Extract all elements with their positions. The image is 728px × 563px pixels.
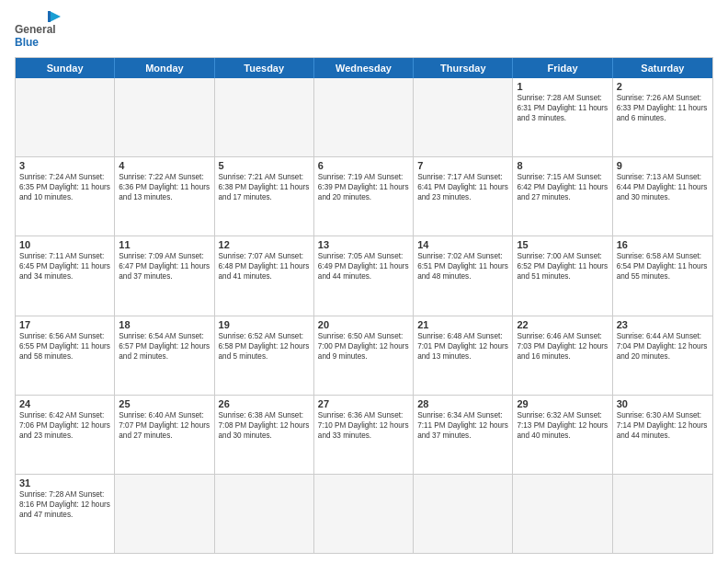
calendar-cell [314, 475, 414, 553]
generalblue-logo-icon: General Blue [15, 9, 64, 50]
week-row: 31Sunrise: 7:28 AM Sunset: 8:16 PM Dayli… [16, 474, 712, 553]
cell-date-number: 12 [219, 239, 310, 250]
cell-date-number: 31 [19, 477, 110, 488]
cell-date-number: 29 [517, 398, 608, 409]
calendar-cell: 7Sunrise: 7:17 AM Sunset: 6:41 PM Daylig… [414, 157, 513, 236]
calendar-cell [414, 78, 513, 156]
cell-info: Sunrise: 7:05 AM Sunset: 6:49 PM Dayligh… [318, 251, 409, 282]
calendar-cell: 18Sunrise: 6:54 AM Sunset: 6:57 PM Dayli… [115, 316, 214, 395]
cell-date-number: 7 [417, 160, 508, 171]
calendar-cell [613, 475, 712, 553]
cell-info: Sunrise: 7:21 AM Sunset: 6:38 PM Dayligh… [219, 172, 310, 202]
calendar-cell: 2Sunrise: 7:26 AM Sunset: 6:33 PM Daylig… [613, 78, 712, 156]
day-header: Wednesday [314, 58, 414, 78]
calendar-cell: 25Sunrise: 6:40 AM Sunset: 7:07 PM Dayli… [115, 396, 214, 474]
cell-info: Sunrise: 6:44 AM Sunset: 7:04 PM Dayligh… [617, 331, 709, 362]
cell-date-number: 2 [617, 81, 709, 92]
calendar-cell: 5Sunrise: 7:21 AM Sunset: 6:38 PM Daylig… [215, 157, 314, 236]
cell-date-number: 14 [417, 239, 508, 250]
cell-info: Sunrise: 7:09 AM Sunset: 6:47 PM Dayligh… [119, 251, 210, 282]
calendar-cell: 13Sunrise: 7:05 AM Sunset: 6:49 PM Dayli… [314, 236, 414, 315]
cell-info: Sunrise: 7:19 AM Sunset: 6:39 PM Dayligh… [318, 172, 409, 202]
calendar-cell: 1Sunrise: 7:28 AM Sunset: 6:31 PM Daylig… [513, 78, 612, 156]
cell-info: Sunrise: 6:56 AM Sunset: 6:55 PM Dayligh… [19, 331, 110, 362]
calendar-cell: 15Sunrise: 7:00 AM Sunset: 6:52 PM Dayli… [513, 236, 612, 315]
cell-date-number: 6 [318, 160, 409, 171]
calendar-cell: 27Sunrise: 6:36 AM Sunset: 7:10 PM Dayli… [314, 396, 414, 474]
cell-info: Sunrise: 6:40 AM Sunset: 7:07 PM Dayligh… [119, 410, 210, 441]
calendar-cell: 4Sunrise: 7:22 AM Sunset: 6:36 PM Daylig… [115, 157, 214, 236]
calendar: SundayMondayTuesdayWednesdayThursdayFrid… [15, 57, 713, 554]
calendar-cell: 22Sunrise: 6:46 AM Sunset: 7:03 PM Dayli… [513, 316, 612, 395]
calendar-cell: 12Sunrise: 7:07 AM Sunset: 6:48 PM Dayli… [215, 236, 314, 315]
calendar-cell: 28Sunrise: 6:34 AM Sunset: 7:11 PM Dayli… [414, 396, 513, 474]
cell-info: Sunrise: 6:38 AM Sunset: 7:08 PM Dayligh… [219, 410, 310, 441]
calendar-cell [513, 475, 612, 553]
cell-info: Sunrise: 7:15 AM Sunset: 6:42 PM Dayligh… [517, 172, 608, 202]
cell-info: Sunrise: 6:50 AM Sunset: 7:00 PM Dayligh… [318, 331, 409, 362]
cell-info: Sunrise: 7:17 AM Sunset: 6:41 PM Dayligh… [417, 172, 508, 202]
cell-info: Sunrise: 7:02 AM Sunset: 6:51 PM Dayligh… [417, 251, 508, 282]
cell-date-number: 4 [119, 160, 210, 171]
cell-date-number: 25 [119, 398, 210, 409]
cell-info: Sunrise: 7:26 AM Sunset: 6:33 PM Dayligh… [617, 93, 709, 123]
calendar-cell: 29Sunrise: 6:32 AM Sunset: 7:13 PM Dayli… [513, 396, 612, 474]
svg-text:General: General [15, 23, 56, 36]
cell-info: Sunrise: 6:54 AM Sunset: 6:57 PM Dayligh… [119, 331, 210, 362]
cell-info: Sunrise: 7:07 AM Sunset: 6:48 PM Dayligh… [219, 251, 310, 282]
calendar-cell: 23Sunrise: 6:44 AM Sunset: 7:04 PM Dayli… [613, 316, 712, 395]
cell-date-number: 18 [119, 319, 210, 330]
cell-info: Sunrise: 6:34 AM Sunset: 7:11 PM Dayligh… [417, 410, 508, 441]
day-headers: SundayMondayTuesdayWednesdayThursdayFrid… [16, 58, 712, 78]
calendar-cell: 16Sunrise: 6:58 AM Sunset: 6:54 PM Dayli… [613, 236, 712, 315]
cell-date-number: 19 [219, 319, 310, 330]
calendar-cell: 24Sunrise: 6:42 AM Sunset: 7:06 PM Dayli… [16, 396, 115, 474]
cell-info: Sunrise: 6:46 AM Sunset: 7:03 PM Dayligh… [517, 331, 608, 362]
cell-date-number: 9 [617, 160, 709, 171]
cell-info: Sunrise: 6:36 AM Sunset: 7:10 PM Dayligh… [318, 410, 409, 441]
cell-date-number: 5 [219, 160, 310, 171]
cell-date-number: 17 [19, 319, 110, 330]
cell-date-number: 15 [517, 239, 608, 250]
cell-date-number: 3 [19, 160, 110, 171]
header: General Blue [15, 9, 713, 50]
cell-info: Sunrise: 7:13 AM Sunset: 6:44 PM Dayligh… [617, 172, 709, 202]
calendar-cell: 10Sunrise: 7:11 AM Sunset: 6:45 PM Dayli… [16, 236, 115, 315]
cell-info: Sunrise: 6:32 AM Sunset: 7:13 PM Dayligh… [517, 410, 608, 441]
calendar-cell: 9Sunrise: 7:13 AM Sunset: 6:44 PM Daylig… [613, 157, 712, 236]
cell-date-number: 28 [417, 398, 508, 409]
cell-date-number: 21 [417, 319, 508, 330]
cell-date-number: 11 [119, 239, 210, 250]
calendar-cell: 11Sunrise: 7:09 AM Sunset: 6:47 PM Dayli… [115, 236, 214, 315]
cell-info: Sunrise: 7:28 AM Sunset: 8:16 PM Dayligh… [19, 489, 110, 520]
week-row: 17Sunrise: 6:56 AM Sunset: 6:55 PM Dayli… [16, 316, 712, 395]
cell-info: Sunrise: 6:58 AM Sunset: 6:54 PM Dayligh… [617, 251, 709, 282]
calendar-cell: 31Sunrise: 7:28 AM Sunset: 8:16 PM Dayli… [16, 475, 115, 553]
cell-date-number: 13 [318, 239, 409, 250]
day-header: Tuesday [215, 58, 314, 78]
day-header: Saturday [613, 58, 712, 78]
cell-info: Sunrise: 7:00 AM Sunset: 6:52 PM Dayligh… [517, 251, 608, 282]
calendar-cell [115, 78, 214, 156]
cell-date-number: 26 [219, 398, 310, 409]
cell-date-number: 30 [617, 398, 709, 409]
calendar-cell: 20Sunrise: 6:50 AM Sunset: 7:00 PM Dayli… [314, 316, 414, 395]
day-header: Monday [115, 58, 214, 78]
week-row: 10Sunrise: 7:11 AM Sunset: 6:45 PM Dayli… [16, 236, 712, 315]
cell-info: Sunrise: 7:22 AM Sunset: 6:36 PM Dayligh… [119, 172, 210, 202]
calendar-cell [215, 475, 314, 553]
logo: General Blue [15, 9, 64, 50]
calendar-cell: 26Sunrise: 6:38 AM Sunset: 7:08 PM Dayli… [215, 396, 314, 474]
calendar-cell [414, 475, 513, 553]
calendar-cell [215, 78, 314, 156]
day-header: Sunday [16, 58, 115, 78]
cell-date-number: 1 [517, 81, 608, 92]
cell-info: Sunrise: 6:48 AM Sunset: 7:01 PM Dayligh… [417, 331, 508, 362]
svg-marker-0 [50, 11, 61, 22]
cell-date-number: 27 [318, 398, 409, 409]
day-header: Thursday [414, 58, 513, 78]
cell-info: Sunrise: 6:42 AM Sunset: 7:06 PM Dayligh… [19, 410, 110, 441]
svg-rect-1 [48, 11, 51, 22]
calendar-cell: 6Sunrise: 7:19 AM Sunset: 6:39 PM Daylig… [314, 157, 414, 236]
cell-date-number: 20 [318, 319, 409, 330]
